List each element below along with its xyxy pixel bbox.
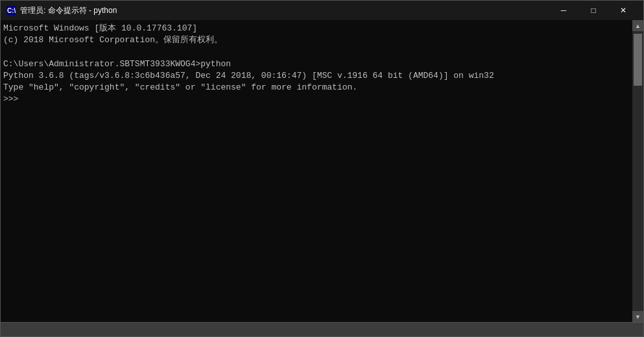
terminal-content[interactable]: Microsoft Windows [版本 10.0.17763.107] (c… — [1, 20, 632, 322]
titlebar: C:\ 管理员: 命令提示符 - python ─ □ ✕ — [1, 1, 643, 20]
scrollbar-vertical[interactable]: ▲ ▼ — [632, 20, 643, 322]
cmd-icon: C:\ — [6, 5, 16, 16]
svg-text:C:\: C:\ — [7, 7, 16, 14]
titlebar-title: 管理员: 命令提示符 - python — [20, 5, 117, 16]
terminal-body: Microsoft Windows [版本 10.0.17763.107] (c… — [1, 20, 643, 322]
titlebar-left: C:\ 管理员: 命令提示符 - python — [6, 5, 117, 16]
titlebar-controls: ─ □ ✕ — [549, 1, 638, 20]
scrollbar-track — [632, 31, 643, 311]
minimize-button[interactable]: ─ — [549, 1, 578, 20]
scroll-down-button[interactable]: ▼ — [632, 311, 643, 322]
statusbar — [1, 322, 643, 336]
scrollbar-thumb[interactable] — [634, 34, 642, 86]
window: C:\ 管理员: 命令提示符 - python ─ □ ✕ Microsoft … — [0, 0, 644, 337]
maximize-button[interactable]: □ — [578, 1, 608, 20]
scroll-up-button[interactable]: ▲ — [632, 20, 643, 31]
close-button[interactable]: ✕ — [608, 1, 638, 20]
terminal-output: Microsoft Windows [版本 10.0.17763.107] (c… — [3, 23, 630, 105]
